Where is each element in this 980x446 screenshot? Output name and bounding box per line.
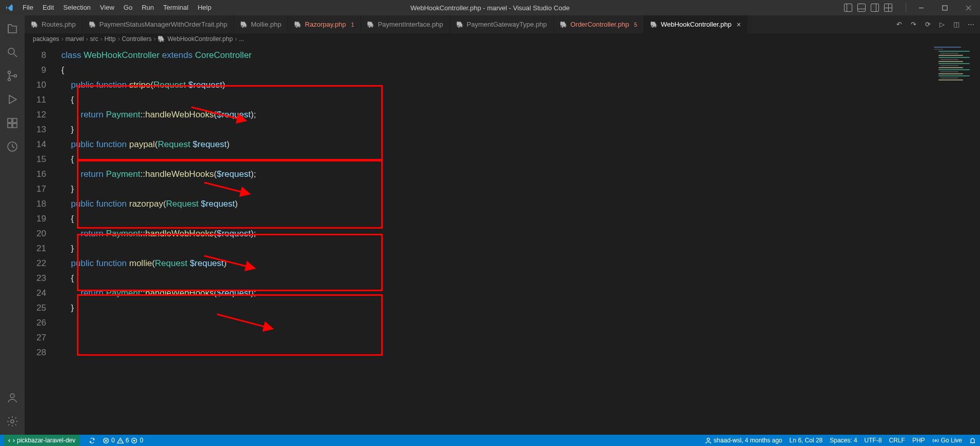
breadcrumb-segment[interactable]: packages <box>33 35 59 43</box>
run-debug-icon[interactable] <box>6 93 18 106</box>
blame-text: shaad-wsl, 4 months ago <box>714 437 782 444</box>
encoding[interactable]: UTF-8 <box>865 437 882 444</box>
line-number: 12 <box>25 107 56 122</box>
menu-view[interactable]: View <box>95 0 119 15</box>
code-line[interactable]: } <box>56 181 980 196</box>
code-line[interactable]: return Payment::handleWebHooks($request)… <box>56 107 980 122</box>
tab-ordercontroller-php[interactable]: 🐘OrderController.php5 <box>554 15 644 33</box>
svg-point-11 <box>11 420 14 423</box>
code-line[interactable]: public function paypal(Request $request) <box>56 137 980 152</box>
code-line[interactable]: public function stripe(Request $request) <box>56 77 980 92</box>
breadcrumbs[interactable]: packages›marvel›src›Http›Controllers›🐘 W… <box>25 33 980 45</box>
menu-go[interactable]: Go <box>119 0 137 15</box>
menu-file[interactable]: File <box>18 0 38 15</box>
menu-terminal[interactable]: Terminal <box>159 0 193 15</box>
code-line[interactable]: { <box>56 92 980 107</box>
menu-selection[interactable]: Selection <box>58 0 95 15</box>
search-icon[interactable] <box>6 46 18 58</box>
breadcrumb-segment[interactable]: marvel <box>65 35 84 43</box>
accounts-icon[interactable] <box>6 392 18 404</box>
go-back-icon[interactable]: ↶ <box>895 21 903 29</box>
toggle-primary-sidebar-icon[interactable] <box>844 4 852 12</box>
code-line[interactable]: } <box>56 241 980 256</box>
line-number: 11 <box>25 92 56 107</box>
minimize-button[interactable] <box>909 0 933 15</box>
php-file-icon: 🐘 <box>294 21 302 28</box>
problems-indicator[interactable]: 0 6 0 <box>103 437 143 444</box>
code-line[interactable]: { <box>56 271 980 286</box>
code-editor[interactable]: 8910111213141516171819202122232425262728… <box>25 45 980 435</box>
line-number: 17 <box>25 181 56 196</box>
vscode-logo-icon <box>0 4 18 12</box>
go-live-button[interactable]: Go Live <box>932 437 962 444</box>
tab-label: Mollie.php <box>251 21 281 28</box>
tab-razorpay-php[interactable]: 🐘Razorpay.php1 <box>288 15 361 33</box>
code-line[interactable]: { <box>56 63 980 77</box>
code-line[interactable]: return Payment::handleWebHooks($request)… <box>56 167 980 181</box>
close-window-button[interactable] <box>956 0 980 15</box>
svg-point-1 <box>8 48 14 54</box>
cursor-position[interactable]: Ln 6, Col 28 <box>790 437 823 444</box>
tab-mollie-php[interactable]: 🐘Mollie.php <box>234 15 288 33</box>
code-line[interactable]: { <box>56 152 980 167</box>
tab-paymentinterface-php[interactable]: 🐘PaymentInterface.php <box>361 15 449 33</box>
breadcrumb-segment[interactable]: Http <box>104 35 115 43</box>
line-number: 25 <box>25 300 56 315</box>
toggle-panel-icon[interactable] <box>857 4 866 12</box>
menu-help[interactable]: Help <box>193 0 216 15</box>
refresh-icon[interactable]: ⟳ <box>924 21 932 29</box>
run-icon[interactable]: ▷ <box>938 21 946 29</box>
extensions-icon[interactable] <box>6 117 18 129</box>
explorer-icon[interactable] <box>6 23 18 35</box>
settings-gear-icon[interactable] <box>6 415 18 428</box>
code-content[interactable]: class WebHookController extends CoreCont… <box>56 45 980 435</box>
more-icon[interactable]: ⋯ <box>967 21 975 29</box>
line-number: 26 <box>25 315 56 330</box>
tab-label: PaymentInterface.php <box>378 21 443 28</box>
split-editor-icon[interactable]: ◫ <box>952 21 961 29</box>
git-blame[interactable]: shaad-wsl, 4 months ago <box>705 437 782 444</box>
remote-indicator[interactable]: pickbazar-laravel-dev <box>4 435 80 446</box>
svg-rect-5 <box>8 118 12 123</box>
breadcrumb-segment[interactable]: src <box>90 35 98 43</box>
eol[interactable]: CRLF <box>889 437 905 444</box>
source-control-icon[interactable] <box>6 70 18 82</box>
svg-point-19 <box>707 438 710 440</box>
breadcrumb-segment[interactable]: Controllers <box>122 35 151 43</box>
chevron-right-icon: › <box>86 35 88 43</box>
toggle-secondary-sidebar-icon[interactable] <box>871 4 879 12</box>
code-line[interactable]: return Payment::handleWebHooks($request)… <box>56 286 980 300</box>
breadcrumb-segment[interactable]: WebHookController.php <box>167 35 232 43</box>
line-number: 27 <box>25 330 56 345</box>
maximize-button[interactable] <box>933 0 956 15</box>
tab-routes-php[interactable]: 🐘Routes.php <box>25 15 83 33</box>
line-number: 14 <box>25 137 56 152</box>
code-line[interactable]: public function razorpay(Request $reques… <box>56 196 980 211</box>
tab-webhookcontroller-php[interactable]: 🐘WebHookController.php× <box>644 15 748 33</box>
go-forward-icon[interactable]: ↷ <box>909 21 917 29</box>
code-line[interactable]: } <box>56 122 980 137</box>
tab-paymentgatewaytype-php[interactable]: 🐘PaymentGatewayType.php <box>450 15 554 33</box>
code-line[interactable]: } <box>56 300 980 315</box>
tab-paymentstatusmanagerwithordertrait-php[interactable]: 🐘PaymentStatusManagerWithOrderTrait.php <box>83 15 234 33</box>
chevron-right-icon: › <box>100 35 102 43</box>
indentation[interactable]: Spaces: 4 <box>830 437 857 444</box>
menu-edit[interactable]: Edit <box>38 0 58 15</box>
notifications-icon[interactable] <box>969 437 976 444</box>
code-line[interactable]: class WebHookController extends CoreCont… <box>56 48 980 63</box>
code-line[interactable]: return Payment::handleWebHooks($request)… <box>56 226 980 241</box>
svg-point-10 <box>10 394 14 398</box>
minimap[interactable] <box>934 47 979 103</box>
customize-layout-icon[interactable] <box>884 4 892 12</box>
menu-run[interactable]: Run <box>137 0 159 15</box>
code-line[interactable]: { <box>56 211 980 226</box>
sync-button[interactable] <box>89 437 95 444</box>
close-tab-icon[interactable]: × <box>737 21 741 29</box>
breadcrumb-segment[interactable]: ... <box>239 35 244 43</box>
code-line[interactable]: public function mollie(Request $request) <box>56 256 980 271</box>
editor-tabs: 🐘Routes.php🐘PaymentStatusManagerWithOrde… <box>25 15 980 33</box>
line-number: 16 <box>25 167 56 181</box>
timeline-icon[interactable] <box>6 140 18 153</box>
language-mode[interactable]: PHP <box>912 437 925 444</box>
line-number: 8 <box>25 48 56 63</box>
